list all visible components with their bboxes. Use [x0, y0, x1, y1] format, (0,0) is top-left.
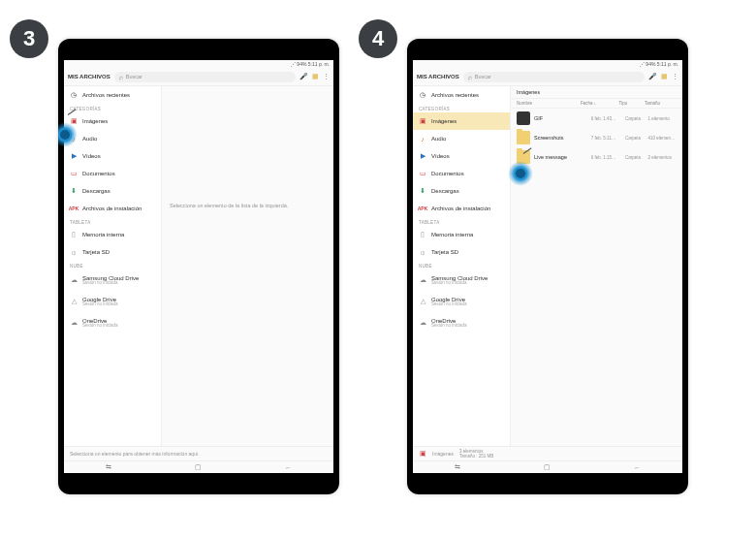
footer-bar: ▣ Imágenes 3 elementos Tamaño : 251 MB — [413, 446, 682, 460]
sidebar-item-videos[interactable]: ▶ Vídeos — [64, 147, 161, 165]
clock-icon: ◷ — [419, 91, 426, 99]
sidebar-item-audio[interactable]: ♪ Audio — [64, 130, 161, 147]
home-nav-icon[interactable]: ▢ — [195, 463, 202, 471]
cloud-icon: ☁ — [70, 276, 78, 284]
audio-icon: ♪ — [419, 135, 426, 142]
sidebar-item-onedrive[interactable]: ☁ OneDrive Sesión no iniciada — [413, 312, 510, 333]
sd-icon: ⎅ — [419, 248, 426, 256]
back-nav-icon[interactable]: ← — [634, 464, 641, 471]
sidebar-sublabel: Sesión no iniciada — [82, 301, 118, 306]
image-icon: ▣ — [70, 117, 78, 125]
tablet-icon: ▯ — [419, 231, 426, 238]
cloud-icon: ☁ — [419, 276, 426, 284]
nav-bar: ⇋ ▢ ← — [413, 460, 682, 473]
sidebar-item-apk[interactable]: APK Archivos de instalación — [413, 200, 510, 217]
sidebar-label: Imágenes — [431, 118, 457, 124]
sidebar-item-downloads[interactable]: ⬇ Descargas — [413, 182, 510, 200]
search-input[interactable]: ⌕ Buscar — [114, 72, 296, 82]
col-date[interactable]: Fecha ↓ — [581, 101, 619, 106]
step-badge-3: 3 — [10, 19, 48, 58]
home-nav-icon[interactable]: ▢ — [544, 463, 551, 471]
breadcrumb-label: Imágenes — [517, 89, 540, 95]
image-icon: ▣ — [419, 450, 426, 458]
search-input[interactable]: ⌕ Buscar — [463, 72, 645, 82]
apk-icon: APK — [70, 205, 78, 212]
row-date: 6 feb. 1:43… — [591, 116, 625, 121]
mic-icon[interactable]: 🎤 — [648, 73, 657, 80]
sidebar-item-internal[interactable]: ▯ Memoria interna — [413, 226, 510, 243]
search-icon: ⌕ — [119, 74, 123, 80]
sidebar-item-internal[interactable]: ▯ Memoria interna — [64, 226, 161, 243]
sidebar-item-documents[interactable]: ▭ Documentos — [413, 165, 510, 182]
sidebar-item-google-drive[interactable]: △ Google Drive Sesión no iniciada — [413, 291, 510, 312]
col-type[interactable]: Tipo — [619, 101, 645, 106]
sidebar-header-tablet: TABLETA — [413, 217, 510, 226]
sidebar-label: Tarjeta SD — [431, 249, 458, 255]
sidebar-label: Memoria interna — [82, 232, 124, 237]
search-icon: ⌕ — [468, 74, 472, 80]
clock-label: 5:11 p. m. — [657, 61, 678, 67]
sidebar-label: Audio — [82, 136, 97, 142]
onedrive-icon: ☁ — [419, 319, 426, 327]
drive-icon: △ — [419, 298, 426, 305]
recents-nav-icon[interactable]: ⇋ — [106, 463, 111, 471]
recents-nav-icon[interactable]: ⇋ — [455, 463, 460, 471]
more-icon[interactable]: ⋮ — [672, 73, 678, 80]
sidebar-item-audio[interactable]: ♪ Audio — [413, 130, 510, 147]
sidebar-label: Archivos de instalación — [431, 206, 490, 211]
sidebar-label: Vídeos — [82, 153, 101, 159]
row-name: GIF — [534, 115, 591, 121]
mic-icon[interactable]: 🎤 — [299, 73, 308, 80]
sidebar-label: Descargas — [82, 188, 110, 194]
footer-bar: Selecciona un elemento para obtener más … — [64, 446, 333, 460]
col-name[interactable]: Nombre — [517, 101, 581, 106]
folder-row-screenshots[interactable]: Screenshots 7 feb. 5:11… Carpeta 410 ele… — [511, 128, 682, 147]
sidebar-item-sd[interactable]: ⎅ Tarjeta SD — [413, 243, 510, 261]
sidebar-header-tablet: TABLETA — [64, 217, 161, 226]
sidebar-header-categories: CATEGORÍAS — [413, 104, 510, 112]
tablet-icon: ▯ — [70, 231, 78, 238]
sidebar-header-cloud: NUBE — [413, 261, 510, 269]
top-bar: MIS ARCHIVOS ⌕ Buscar 🎤 ▦ ⋮ — [413, 68, 682, 86]
sidebar-item-documents[interactable]: ▭ Documentos — [64, 165, 161, 182]
folder-row-livemessage[interactable]: Live message 6 feb. 1:15… Carpeta 2 elem… — [511, 147, 682, 167]
sidebar-item-images[interactable]: ▣ Imágenes — [64, 112, 161, 130]
sidebar-item-google-drive[interactable]: △ Google Drive Sesión no iniciada — [64, 291, 161, 312]
video-icon: ▶ — [70, 152, 78, 160]
status-bar: ⋰ 94% 5:11 p. m. — [413, 60, 682, 68]
sidebar-sublabel: Sesión no iniciada — [82, 323, 118, 328]
sidebar-item-samsung-cloud[interactable]: ☁ Samsung Cloud Drive Sesión no iniciada — [413, 269, 510, 291]
sidebar-item-downloads[interactable]: ⬇ Descargas — [64, 182, 161, 200]
sidebar-item-apk[interactable]: APK Archivos de instalación — [64, 200, 161, 217]
sidebar-item-recent[interactable]: ◷ Archivos recientes — [64, 86, 161, 104]
sidebar-item-samsung-cloud[interactable]: ☁ Samsung Cloud Drive Sesión no iniciada — [64, 269, 161, 291]
sidebar-sublabel: Sesión no iniciada — [82, 280, 139, 285]
apk-icon: APK — [419, 205, 426, 212]
sidebar-sublabel: Sesión no iniciada — [431, 323, 467, 328]
sidebar-item-videos[interactable]: ▶ Vídeos — [413, 147, 510, 165]
sidebar-item-images[interactable]: ▣ Imágenes — [413, 112, 510, 130]
col-size[interactable]: Tamaño — [645, 101, 677, 106]
grid-icon[interactable]: ▦ — [312, 73, 319, 80]
sidebar-label: Archivos recientes — [431, 92, 479, 98]
sidebar-label: Archivos de instalación — [82, 206, 142, 211]
image-icon: ▣ — [419, 117, 426, 125]
grid-icon[interactable]: ▦ — [661, 73, 668, 80]
row-name: Live message — [534, 154, 591, 160]
folder-row-gif[interactable]: GIF 6 feb. 1:43… Carpeta 1 elemento — [511, 109, 682, 128]
thumbnail-icon — [517, 111, 530, 125]
nav-bar: ⇋ ▢ ← — [64, 460, 333, 473]
more-icon[interactable]: ⋮ — [323, 73, 330, 80]
clock-icon: ◷ — [70, 91, 78, 99]
footer-label: Imágenes — [432, 451, 454, 457]
sidebar-item-recent[interactable]: ◷ Archivos recientes — [413, 86, 510, 104]
battery-label: 94% — [646, 61, 655, 67]
sidebar-item-onedrive[interactable]: ☁ OneDrive Sesión no iniciada — [64, 312, 161, 333]
footer-size: Tamaño : 251 MB — [459, 454, 493, 459]
sidebar-header-categories: CATEGORÍAS — [64, 104, 161, 112]
wifi-icon: ⋰ — [291, 61, 296, 67]
sidebar-item-sd[interactable]: ⎅ Tarjeta SD — [64, 243, 161, 261]
download-icon: ⬇ — [70, 187, 78, 195]
back-nav-icon[interactable]: ← — [285, 464, 292, 471]
row-date: 6 feb. 1:15… — [591, 155, 625, 160]
